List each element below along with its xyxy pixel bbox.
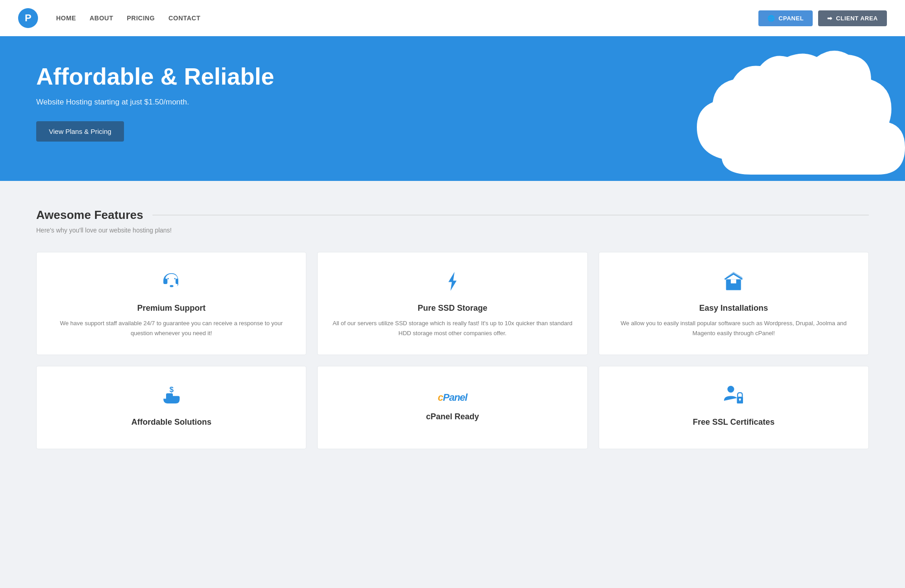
hero-content: Affordable & Reliable Website Hosting st… <box>36 63 308 142</box>
cloud-decoration <box>688 48 905 181</box>
svg-point-1 <box>174 278 176 280</box>
svg-point-7 <box>728 386 734 393</box>
feature-card-ssd: Pure SSD Storage All of our servers util… <box>317 252 587 355</box>
svg-marker-2 <box>448 272 457 291</box>
feature-title-support: Premium Support <box>50 303 292 313</box>
nav-links: HOME ABOUT PRICING CONTACT <box>56 14 758 22</box>
nav-home[interactable]: HOME <box>56 14 76 22</box>
bolt-icon <box>331 270 573 296</box>
dollar-icon: $ <box>50 384 292 410</box>
globe-icon: 🌐 <box>767 15 775 22</box>
feature-title-cpanel: cPanel Ready <box>331 412 573 422</box>
feature-desc-install: We allow you to easily install popular s… <box>613 318 855 338</box>
nav-buttons: 🌐 CPANEL ➡ CLIENT AREA <box>758 10 887 26</box>
feature-card-affordable: $ Affordable Solutions <box>36 366 306 449</box>
feature-desc-support: We have support staff available 24/7 to … <box>50 318 292 338</box>
hero-section: Affordable & Reliable Website Hosting st… <box>0 36 905 181</box>
features-grid: Premium Support We have support staff av… <box>36 252 869 449</box>
feature-card-cpanel: cPanel cPanel Ready <box>317 366 587 449</box>
nav-pricing[interactable]: PRICING <box>127 14 155 22</box>
features-section: Awesome Features Here's why you'll love … <box>0 181 905 467</box>
feature-title-install: Easy Installations <box>613 303 855 313</box>
feature-title-affordable: Affordable Solutions <box>50 417 292 427</box>
navbar: P HOME ABOUT PRICING CONTACT 🌐 CPANEL ➡ … <box>0 0 905 36</box>
cpanel-button[interactable]: 🌐 CPANEL <box>758 10 813 26</box>
features-title: Awesome Features <box>36 208 143 222</box>
hero-cta-button[interactable]: View Plans & Pricing <box>36 121 124 142</box>
feature-card-ssl: Free SSL Certificates <box>599 366 869 449</box>
hero-headline: Affordable & Reliable <box>36 63 308 90</box>
feature-title-ssl: Free SSL Certificates <box>613 417 855 427</box>
cpanel-logo-icon: cPanel <box>331 384 573 405</box>
box-icon <box>613 270 855 296</box>
feature-card-install: Easy Installations We allow you to easil… <box>599 252 869 355</box>
features-subtitle: Here's why you'll love our website hosti… <box>36 227 869 234</box>
svg-rect-4 <box>731 280 736 284</box>
svg-rect-10 <box>740 399 741 401</box>
client-area-button[interactable]: ➡ CLIENT AREA <box>818 10 887 26</box>
feature-title-ssd: Pure SSD Storage <box>331 303 573 313</box>
svg-text:$: $ <box>169 385 173 394</box>
feature-card-premium-support: Premium Support We have support staff av… <box>36 252 306 355</box>
nav-about[interactable]: ABOUT <box>90 14 113 22</box>
headset-icon <box>50 270 292 296</box>
nav-contact[interactable]: CONTACT <box>168 14 200 22</box>
hero-subheadline: Website Hosting starting at just $1.50/m… <box>36 98 308 107</box>
svg-point-0 <box>167 278 169 280</box>
ssl-icon <box>613 384 855 410</box>
features-header: Awesome Features <box>36 208 869 222</box>
login-icon: ➡ <box>827 15 833 22</box>
logo-icon: P <box>18 8 38 28</box>
header-divider <box>152 215 869 215</box>
logo[interactable]: P <box>18 8 38 28</box>
feature-desc-ssd: All of our servers utilize SSD storage w… <box>331 318 573 338</box>
